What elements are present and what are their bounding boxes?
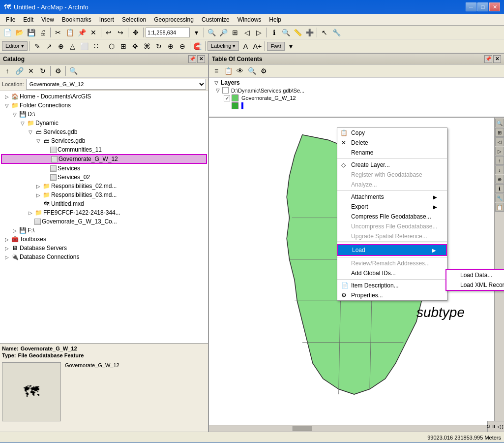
- toc-search-button[interactable]: 🔍: [246, 65, 257, 76]
- zoom-out-button[interactable]: 🔎: [218, 27, 229, 38]
- toc-visibility-button[interactable]: 👁: [235, 65, 245, 76]
- tree-item-untitled-mxd[interactable]: 🗺 Untitled.mxd: [1, 199, 207, 208]
- map-ctrl-refresh[interactable]: ↻: [486, 424, 490, 429]
- edit-tool-1[interactable]: ✎: [32, 41, 43, 52]
- measure-button[interactable]: 📏: [292, 27, 303, 38]
- pan-button[interactable]: ✥: [130, 27, 141, 38]
- paste-button[interactable]: 📌: [76, 27, 87, 38]
- menu-bookmarks[interactable]: Bookmarks: [58, 15, 95, 24]
- catalog-options-button[interactable]: ⚙: [53, 65, 63, 76]
- edit-tool-9[interactable]: ✥: [130, 41, 141, 52]
- catalog-close-button[interactable]: ✕: [197, 55, 205, 63]
- minimize-button[interactable]: ─: [466, 2, 476, 11]
- menu-customize[interactable]: Customize: [198, 15, 234, 24]
- map-ctrl-next[interactable]: ▷: [502, 424, 504, 429]
- toc-content[interactable]: ▽ Layers ▽ D:\Dynamic\Services.gdb\Se...…: [209, 78, 504, 117]
- catalog-connect-button[interactable]: 🔗: [14, 65, 25, 76]
- ctx-delete[interactable]: ✕ Delete: [337, 138, 447, 148]
- rt-btn-10[interactable]: 📋: [495, 203, 504, 212]
- edit-tool-3[interactable]: ⊕: [56, 41, 66, 52]
- save-button[interactable]: 💾: [26, 27, 36, 38]
- toc-gov-checkbox[interactable]: ✓: [224, 95, 230, 101]
- rt-btn-3[interactable]: ◁: [495, 137, 504, 146]
- tree-toggle-database-servers[interactable]: ▷: [3, 244, 11, 252]
- load-data-item[interactable]: Load Data...: [446, 270, 504, 280]
- tree-item-toolboxes[interactable]: ▷ 🧰 Toolboxes: [1, 235, 207, 244]
- rt-btn-7[interactable]: ⊕: [495, 175, 504, 184]
- toc-close-button[interactable]: ✕: [493, 55, 501, 63]
- catalog-up-button[interactable]: ↑: [2, 65, 13, 76]
- tree-toggle-services-gdb-2[interactable]: ▽: [34, 137, 42, 145]
- open-button[interactable]: 📂: [14, 27, 25, 38]
- tree-item-database-connections[interactable]: ▷ 🔌 Database Connections: [1, 253, 207, 261]
- tree-item-database-servers[interactable]: ▷ 🖥 Database Servers: [1, 244, 207, 253]
- rt-btn-9[interactable]: 🔧: [495, 193, 504, 202]
- add-data-button[interactable]: ➕: [304, 27, 315, 38]
- tree-item-governorate[interactable]: ⬜ Governorate_G_W_12: [1, 154, 207, 164]
- map-scrollbar-h[interactable]: [209, 425, 487, 432]
- rt-btn-5[interactable]: ↑: [495, 156, 504, 165]
- undo-button[interactable]: ↩: [103, 27, 114, 38]
- tree-toggle-home[interactable]: ▷: [3, 93, 11, 100]
- load-xml-item[interactable]: Load XML Recordset Document...: [446, 280, 504, 290]
- toc-header-buttons[interactable]: 📌 ✕: [484, 55, 501, 63]
- edit-tool-5[interactable]: ⬜: [79, 41, 90, 52]
- tree-item-d-drive[interactable]: ▽ 💾 D:\: [1, 110, 207, 119]
- tree-toggle-d-drive[interactable]: ▽: [11, 110, 19, 118]
- location-select[interactable]: Governorate_G_W_12: [26, 79, 206, 90]
- ctx-rename[interactable]: Rename: [337, 148, 447, 158]
- tree-toggle-dynamic[interactable]: ▽: [19, 119, 27, 127]
- ctx-properties[interactable]: ⚙ Properties...: [337, 290, 447, 300]
- menu-windows[interactable]: Windows: [234, 15, 266, 24]
- ctx-review-rematch[interactable]: Review/Rematch Addresses...: [337, 258, 447, 268]
- label-tool-2[interactable]: A+: [252, 41, 263, 52]
- fast-dropdown[interactable]: Fast: [267, 42, 284, 51]
- new-button[interactable]: 📄: [2, 27, 13, 38]
- restore-button[interactable]: □: [477, 2, 488, 11]
- load-submenu[interactable]: Load Data... Load XML Recordset Document…: [445, 269, 504, 291]
- menu-geoprocessing[interactable]: Geoprocessing: [150, 15, 198, 24]
- catalog-button[interactable]: 🔧: [331, 27, 342, 38]
- edit-tool-12[interactable]: ⊕: [165, 41, 176, 52]
- toc-governorate-layer[interactable]: ✓ Governorate_G_W_12: [210, 94, 503, 102]
- toc-options-button[interactable]: ⚙: [258, 65, 269, 76]
- catalog-search-button[interactable]: 🔍: [68, 65, 79, 76]
- edit-tool-11[interactable]: ↻: [153, 41, 164, 52]
- editor-dropdown[interactable]: Editor ▾: [2, 41, 28, 51]
- edit-tool-10[interactable]: ⌘: [142, 41, 152, 52]
- menu-file[interactable]: File: [2, 15, 19, 24]
- tree-toggle-services-gdb-1[interactable]: ▽: [27, 128, 34, 136]
- ctx-export[interactable]: Export ▶: [337, 202, 447, 212]
- rt-btn-8[interactable]: ℹ: [495, 184, 504, 193]
- edit-tool-2[interactable]: ↗: [44, 41, 55, 52]
- cut-button[interactable]: ✂: [53, 27, 63, 38]
- print-button[interactable]: 🖨: [37, 27, 48, 38]
- redo-button[interactable]: ↪: [115, 27, 126, 38]
- edit-tool-6[interactable]: ∷: [91, 41, 102, 52]
- menu-view[interactable]: View: [37, 15, 58, 24]
- tree-toggle-f-drive[interactable]: ▷: [11, 226, 19, 234]
- ctx-create-layer[interactable]: ◇ Create Layer...: [337, 160, 447, 170]
- toc-services-gdb-layer[interactable]: ▽ D:\Dynamic\Services.gdb\Se...: [210, 87, 503, 94]
- toc-layers-toggle[interactable]: ▽: [214, 80, 218, 86]
- delete-button[interactable]: ✕: [88, 27, 99, 38]
- tree-toggle-ffe9[interactable]: ▷: [27, 209, 34, 217]
- next-extent-button[interactable]: ▷: [253, 27, 264, 38]
- zoom-in-button[interactable]: 🔍: [206, 27, 217, 38]
- label-tool-1[interactable]: A: [240, 41, 251, 52]
- toc-services-checkbox[interactable]: [222, 87, 229, 94]
- map-area[interactable]: subtype 🔍 ⊞ ◁ ▷ ↑ ↓ ⊕ ℹ 🔧 📋 ↻ ⏸: [209, 118, 504, 432]
- tree-item-dynamic[interactable]: ▽ 📁 Dynamic: [1, 119, 207, 127]
- prev-extent-button[interactable]: ◁: [241, 27, 252, 38]
- ctx-load[interactable]: Load ▶: [337, 244, 447, 256]
- catalog-pin-button[interactable]: 📌: [188, 55, 196, 63]
- tree-item-services[interactable]: ⬜ Services: [1, 164, 207, 173]
- map-ctrl-prev[interactable]: ◁: [497, 424, 501, 429]
- scale-dropdown[interactable]: ▾: [191, 27, 202, 38]
- menu-selection[interactable]: Selection: [118, 15, 150, 24]
- tree-toggle-folder-connections[interactable]: ▽: [3, 101, 11, 109]
- toc-services-toggle[interactable]: ▽: [216, 88, 220, 93]
- rt-btn-2[interactable]: ⊞: [495, 128, 504, 137]
- identify-button[interactable]: ℹ: [268, 27, 279, 38]
- catalog-disconnect-button[interactable]: ✕: [26, 65, 36, 76]
